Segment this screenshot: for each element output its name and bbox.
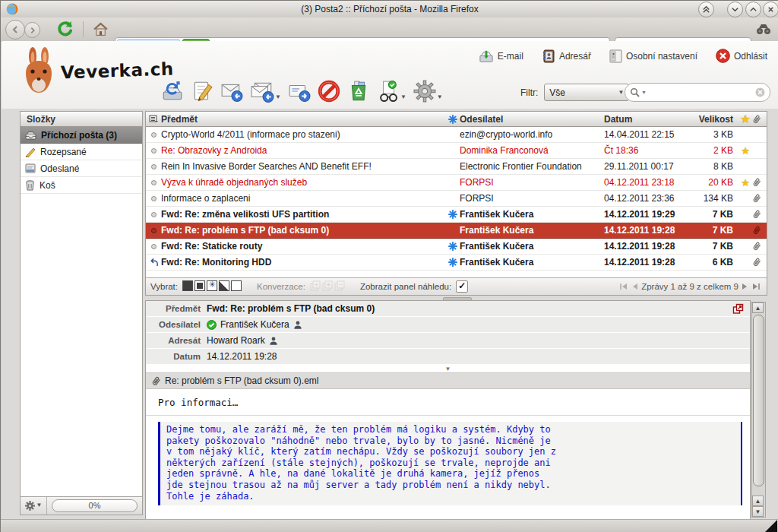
task-link-osobn-nastaven-[interactable]: Osobní nastavení — [609, 49, 697, 63]
message-row[interactable]: Re: Obrazovky z AndroidaDominika Francon… — [146, 143, 767, 159]
folder-actions-button[interactable]: ▼ — [21, 497, 47, 515]
checkmail-button[interactable] — [161, 80, 184, 103]
forward-button[interactable] — [288, 80, 311, 103]
taskbar: E-mailAdresářOsobní nastaveníOdhlásit — [479, 49, 767, 63]
home-button[interactable] — [93, 21, 109, 37]
inbox-icon — [25, 131, 36, 140]
trash-icon — [25, 180, 35, 191]
expand-unread-button[interactable] — [322, 280, 334, 292]
next-page-icon[interactable] — [742, 283, 748, 290]
message-row[interactable]: Rein In Invasive Border Searches AND Ben… — [146, 159, 767, 175]
forward-button[interactable] — [24, 22, 40, 38]
reload-button[interactable] — [55, 20, 74, 39]
message-size: 3 KB — [689, 129, 738, 140]
collapse-headers-toggle[interactable]: ▼ — [146, 365, 750, 372]
preview-sender-name[interactable]: František Kučera — [220, 319, 289, 330]
window-close-button[interactable] — [763, 2, 778, 17]
list-options-icon[interactable] — [146, 115, 161, 124]
search-options-caret-icon[interactable]: ▼ — [641, 90, 647, 95]
back-button[interactable] — [5, 20, 25, 40]
magnifier-icon[interactable] — [630, 87, 640, 98]
message-body-intro: Pro informaci… — [158, 397, 750, 408]
sent-icon — [25, 163, 36, 173]
column-subject[interactable]: Předmět — [161, 114, 446, 125]
scroll-up-icon[interactable]: ▲ — [752, 496, 764, 506]
preview-toggle-checkbox[interactable]: ✓ — [456, 280, 468, 293]
webmail-page: Veverka.ch E-mailAdresářOsobní nastavení… — [2, 41, 778, 519]
attachment-filename[interactable]: Re: problém s FTP (bad cksum 0).eml — [165, 375, 319, 386]
message-row[interactable]: Výzva k úhradě objednaných služebFORPSI0… — [146, 175, 767, 191]
select-invert-button[interactable] — [219, 280, 229, 291]
column-flag-asterisk-icon[interactable] — [446, 115, 460, 124]
select-none-button[interactable] — [231, 280, 242, 291]
more-button[interactable]: ▼ — [413, 80, 443, 103]
task-link-e-mail[interactable]: E-mail — [479, 49, 523, 63]
message-size: 134 KB — [689, 193, 738, 204]
preview-from-row: Odesílatel František Kučera — [146, 317, 750, 332]
folder-item-ko[interactable]: Koš — [21, 177, 142, 194]
last-page-icon[interactable] — [752, 283, 761, 290]
column-size[interactable]: Velikost — [689, 114, 738, 125]
column-sender[interactable]: Odesílatel — [460, 114, 604, 125]
mail-search-input[interactable]: ▼ — [625, 83, 770, 102]
collapse-all-button[interactable] — [334, 280, 346, 292]
resize-grip[interactable] — [765, 520, 777, 532]
window-minimize-button[interactable] — [727, 2, 743, 17]
scroll-down-icon[interactable]: ▼ — [752, 506, 764, 517]
task-link-adres-[interactable]: Adresář — [542, 49, 591, 63]
junk-button[interactable] — [318, 80, 340, 103]
folder-item-rozepsan[interactable]: Rozepsané — [21, 144, 142, 160]
select-page-button[interactable] — [194, 280, 205, 291]
message-date: 14.04.2011 22:15 — [604, 129, 689, 140]
star-icon[interactable]: ★ — [738, 145, 753, 157]
add-contact-icon[interactable] — [269, 336, 278, 346]
message-row[interactable]: Crypto-World 4/2011 (informace pro staze… — [146, 127, 767, 143]
message-subject: Fwd: Re: problém s FTP (bad cksum 0) — [161, 225, 446, 236]
message-sender: František Kučera — [460, 257, 604, 268]
message-status-dot — [151, 228, 157, 233]
preview-scrollbar[interactable]: ▲ ▲ ▼ — [751, 302, 766, 518]
message-row[interactable]: Informace o zaplaceniFORPSI04.12.2011 23… — [146, 191, 767, 207]
preview-recipient-name[interactable]: Howard Roark — [207, 335, 265, 346]
mark-button[interactable]: ▼ — [377, 80, 406, 103]
paperclip-icon — [753, 193, 767, 204]
scrollbar-thumb[interactable] — [753, 315, 764, 486]
column-attachment-icon[interactable] — [753, 114, 767, 125]
window-shade-button[interactable] — [698, 2, 714, 17]
window-maximize-button[interactable] — [745, 2, 761, 17]
message-row[interactable]: Fwd: Re: změna velikosti UFS partitionFr… — [146, 207, 767, 223]
compose-icon — [191, 80, 213, 103]
message-part-separator — [146, 415, 750, 416]
mail-toolbar: ▼▼▼ — [161, 77, 443, 103]
message-size: 7 KB — [689, 209, 738, 220]
select-all-button[interactable] — [182, 280, 193, 291]
threads-label: Konverzace: — [257, 282, 305, 291]
scroll-up-icon[interactable]: ▲ — [752, 302, 764, 313]
preview-date-row: Datum 14.12.2011 19:28 — [146, 349, 750, 364]
checkmail-icon — [161, 80, 184, 103]
delete-button[interactable] — [347, 80, 370, 103]
open-in-new-window-icon[interactable] — [732, 303, 744, 315]
message-size: 6 KB — [689, 257, 738, 268]
message-size: 2 KB — [689, 145, 738, 156]
compose-button[interactable] — [191, 80, 213, 103]
message-row[interactable]: Fwd: Re: Staticke routyFrantišek Kučera1… — [146, 239, 767, 255]
reply-all-button[interactable]: ▼ — [250, 80, 281, 103]
add-contact-icon[interactable] — [293, 320, 302, 330]
folder-item-p-choz-po-ta-3[interactable]: Příchozí pošta (3) — [21, 127, 142, 144]
folder-item-odeslan[interactable]: Odeslané — [21, 160, 142, 177]
select-unread-button[interactable] — [207, 280, 217, 291]
task-link-odhl-sit[interactable]: Odhlásit — [716, 49, 767, 63]
message-row[interactable]: Fwd: Re: Monitoring HDDFrantišek Kučera1… — [146, 255, 767, 271]
column-date[interactable]: Datum — [604, 114, 689, 125]
prev-page-icon[interactable] — [631, 283, 637, 290]
first-page-icon[interactable] — [619, 283, 628, 290]
message-row[interactable]: Fwd: Re: problém s FTP (bad cksum 0)Fran… — [146, 223, 767, 239]
filter-select[interactable]: Vše ▼ — [544, 84, 629, 101]
star-icon[interactable]: ★ — [738, 177, 753, 188]
expand-all-button[interactable] — [310, 280, 321, 292]
clear-search-icon[interactable] — [755, 87, 765, 97]
column-star-icon[interactable]: ★ — [738, 113, 753, 125]
reply-button[interactable] — [220, 80, 243, 103]
binoculars-icon[interactable] — [756, 23, 771, 35]
